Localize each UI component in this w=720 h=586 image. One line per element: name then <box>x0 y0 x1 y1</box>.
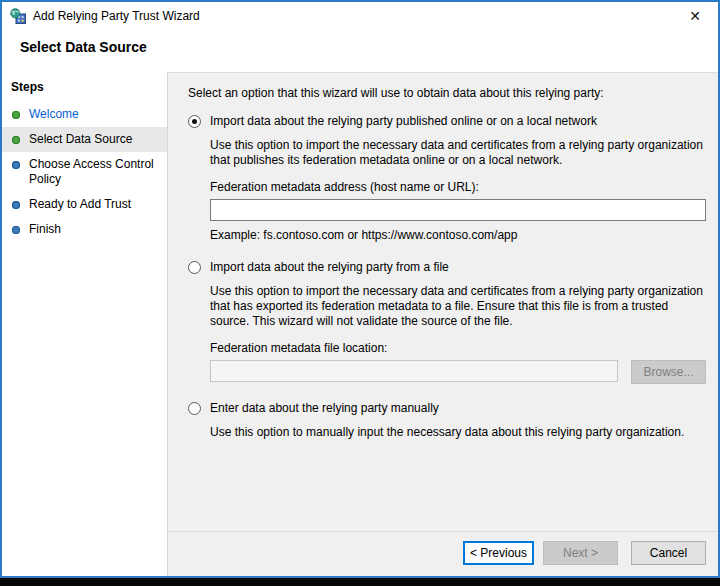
page-title: Select Data Source <box>20 39 147 55</box>
radio-label: Import data about the relying party from… <box>210 260 449 275</box>
option-enter-manually: Enter data about the relying party manua… <box>188 401 706 440</box>
step-label: Ready to Add Trust <box>29 197 131 212</box>
data-source-form: Select an option that this wizard will u… <box>168 73 718 531</box>
radio-row-enter-manually[interactable]: Enter data about the relying party manua… <box>188 401 706 416</box>
wizard-content: Steps Welcome Select Data Source Choose … <box>2 72 718 576</box>
sidebar-item-welcome[interactable]: Welcome <box>2 102 167 127</box>
intro-text: Select an option that this wizard will u… <box>188 86 706 101</box>
example-text: Example: fs.contoso.com or https://www.c… <box>210 228 706 243</box>
window-title: Add Relying Party Trust Wizard <box>33 9 200 23</box>
option-import-online: Import data about the relying party publ… <box>188 114 706 243</box>
radio-row-import-online[interactable]: Import data about the relying party publ… <box>188 114 706 129</box>
option-description: Use this option to import the necessary … <box>210 138 706 168</box>
steps-heading: Steps <box>2 78 167 102</box>
step-upcoming-bullet-icon <box>12 161 20 169</box>
main-pane: Select an option that this wizard will u… <box>168 72 718 576</box>
step-label: Choose Access Control Policy <box>29 157 161 187</box>
step-upcoming-bullet-icon <box>12 226 20 234</box>
radio-label: Import data about the relying party publ… <box>210 114 597 129</box>
sidebar-item-select-data-source: Select Data Source <box>2 127 167 152</box>
option-description: Use this option to import the necessary … <box>210 284 706 329</box>
radio-label: Enter data about the relying party manua… <box>210 401 439 416</box>
sidebar-item-ready-to-add-trust: Ready to Add Trust <box>2 192 167 217</box>
cancel-button[interactable]: Cancel <box>631 541 706 565</box>
title-bar: Add Relying Party Trust Wizard ✕ <box>2 2 718 30</box>
sidebar-item-choose-access-control-policy: Choose Access Control Policy <box>2 152 167 192</box>
adfs-wizard-icon <box>10 8 26 24</box>
close-icon[interactable]: ✕ <box>682 4 708 28</box>
radio-button-selected[interactable] <box>188 115 201 128</box>
previous-button[interactable]: < Previous <box>463 541 534 565</box>
step-current-bullet-icon <box>12 136 20 144</box>
wizard-button-bar: < Previous Next > Cancel <box>168 531 718 576</box>
radio-button-unselected[interactable] <box>188 402 201 415</box>
step-label: Select Data Source <box>29 132 132 147</box>
steps-sidebar: Steps Welcome Select Data Source Choose … <box>2 72 168 576</box>
step-label: Welcome <box>29 107 79 122</box>
radio-button-unselected[interactable] <box>188 261 201 274</box>
step-upcoming-bullet-icon <box>12 201 20 209</box>
sidebar-item-finish: Finish <box>2 217 167 242</box>
federation-metadata-address-input[interactable] <box>210 199 706 221</box>
next-button[interactable]: Next > <box>543 541 618 565</box>
federation-metadata-file-input[interactable] <box>210 360 618 382</box>
step-done-bullet-icon <box>12 111 20 119</box>
radio-row-import-file[interactable]: Import data about the relying party from… <box>188 260 706 275</box>
page-header: Select Data Source <box>2 30 718 72</box>
option-description: Use this option to manually input the ne… <box>210 425 706 440</box>
browse-button[interactable]: Browse... <box>631 360 706 384</box>
step-label: Finish <box>29 222 61 237</box>
wizard-window: Add Relying Party Trust Wizard ✕ Select … <box>0 0 720 578</box>
option-import-file: Import data about the relying party from… <box>188 260 706 384</box>
federation-metadata-address-label: Federation metadata address (host name o… <box>210 180 706 195</box>
federation-metadata-file-label: Federation metadata file location: <box>210 341 706 356</box>
